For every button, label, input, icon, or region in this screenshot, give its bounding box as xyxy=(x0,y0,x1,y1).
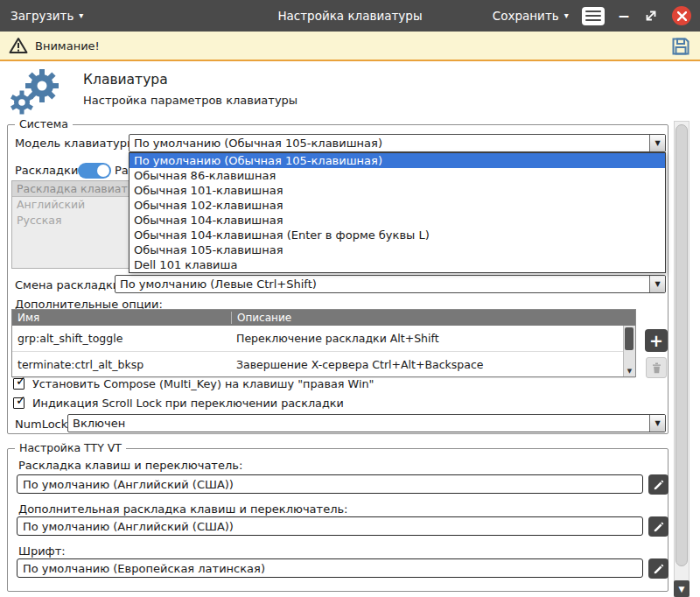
layouts-label: Раскладки: xyxy=(15,164,82,177)
expand-button[interactable] xyxy=(643,8,659,24)
page-title: Клавиатура xyxy=(83,72,168,88)
table-row[interactable]: terminate:ctrl_alt_bksp Завершение X-сер… xyxy=(12,352,635,378)
layout-switch-value: По умолчанию (Левые Ctrl+Shift) xyxy=(116,276,649,292)
option-description-cell: Переключение раскладки Alt+Shift xyxy=(231,332,635,345)
numlock-label: NumLock: xyxy=(15,418,72,431)
floppy-icon xyxy=(670,36,691,57)
dropdown-option[interactable]: Обычная 102-клавишная xyxy=(130,198,665,213)
dropdown-option[interactable]: Dell 101 клавиша xyxy=(130,257,665,272)
tty-group: Настройка TTY VT Раскладка клавиш и пере… xyxy=(7,448,668,592)
dropdown-option[interactable]: Обычная 104-клавишная (Enter в форме бук… xyxy=(130,228,665,242)
column-header-name[interactable]: Имя xyxy=(12,312,231,324)
tty-font-input[interactable]: По умолчанию (Европейская латинская) xyxy=(17,558,643,578)
scroll-lock-checkbox-label: Индикация Scroll Lock при переключении р… xyxy=(32,397,344,410)
close-icon xyxy=(677,11,687,21)
scroll-lock-checkbox-row[interactable]: ✓ Индикация Scroll Lock при переключении… xyxy=(13,397,344,410)
option-name-cell: grp:alt_shift_toggle xyxy=(12,332,231,345)
scrollbar-thumb[interactable] xyxy=(676,124,688,566)
table-scrollbar-thumb[interactable] xyxy=(625,327,634,350)
expand-icon xyxy=(643,8,659,24)
chevron-down-icon[interactable]: ▼ xyxy=(649,415,665,432)
table-scrollbar[interactable]: ▼ xyxy=(623,326,635,376)
tty-extra-layout-edit-button[interactable] xyxy=(648,516,668,537)
scroll-down-button[interactable]: ▼ xyxy=(674,580,690,597)
layout-switch-select[interactable]: По умолчанию (Левые Ctrl+Shift) ▼ xyxy=(115,275,666,293)
checkmark-icon: ✓ xyxy=(16,374,26,388)
pencil-icon xyxy=(653,479,665,491)
checkbox[interactable]: ✓ xyxy=(13,378,24,390)
checkmark-icon: ✓ xyxy=(16,393,26,407)
extra-options-table: Имя Описание grp:alt_shift_toggle Перекл… xyxy=(11,309,636,377)
gears-icon xyxy=(7,67,68,116)
caret-down-icon: ▾ xyxy=(564,11,569,20)
layouts-partial-text: Ра xyxy=(115,164,129,177)
menu-button[interactable] xyxy=(582,7,605,25)
pencil-icon xyxy=(653,563,665,575)
tty-layout-input[interactable]: По умолчанию (Английский (США)) xyxy=(17,474,643,494)
trash-icon xyxy=(650,362,663,375)
checkbox[interactable]: ✓ xyxy=(13,397,24,409)
hamburger-icon xyxy=(585,11,601,12)
table-header-row: Имя Описание xyxy=(12,310,635,326)
tty-font-edit-button[interactable] xyxy=(648,558,668,579)
warning-text: Внимание! xyxy=(35,39,100,53)
close-button[interactable] xyxy=(672,6,691,25)
chevron-down-icon[interactable]: ▼ xyxy=(649,135,665,151)
tty-font-label: Шрифт: xyxy=(18,544,66,558)
numlock-value: Включен xyxy=(68,415,649,432)
dropdown-option[interactable]: Обычная 86-клавишная xyxy=(130,168,665,183)
table-scroll-down-icon[interactable]: ▼ xyxy=(624,365,635,376)
compose-checkbox-label: Установить Compose (Multi_Key) на клавиш… xyxy=(32,377,374,390)
dropdown-option-selected[interactable]: По умолчанию (Обычная 105-клавишная) xyxy=(130,153,665,168)
keyboard-model-label: Модель клавиатуры: xyxy=(15,137,140,150)
dropdown-option[interactable]: Обычная 101-клавишная xyxy=(130,183,665,198)
tty-layout-label: Раскладка клавиш и переключатель: xyxy=(18,459,242,472)
add-option-button[interactable]: + xyxy=(645,329,668,352)
toggle-knob xyxy=(97,165,109,177)
table-row[interactable]: grp:alt_shift_toggle Переключение раскла… xyxy=(12,326,635,352)
load-button[interactable]: Загрузить ▾ xyxy=(10,0,83,32)
keyboard-model-value: По умолчанию (Обычная 105-клавишная) xyxy=(130,135,649,151)
hamburger-icon xyxy=(585,19,601,21)
hamburger-icon xyxy=(585,15,601,17)
tty-extra-layout-input[interactable]: По умолчанию (Английский (США)) xyxy=(17,516,643,536)
tty-group-legend: Настройка TTY VT xyxy=(15,441,126,454)
chevron-down-icon[interactable]: ▼ xyxy=(649,276,665,292)
system-group: Система Модель клавиатуры: По умолчанию … xyxy=(7,124,668,434)
caret-down-icon: ▾ xyxy=(79,11,83,20)
delete-option-button[interactable] xyxy=(646,357,667,378)
save-button[interactable]: Сохранить ▾ xyxy=(493,9,569,23)
minimize-button[interactable]: − xyxy=(618,9,630,24)
numlock-select[interactable]: Включен ▼ xyxy=(67,414,666,432)
system-group-legend: Система xyxy=(15,117,73,130)
page-subtitle: Настройка параметров клавиатуры xyxy=(83,94,298,107)
compose-checkbox-row[interactable]: ✓ Установить Compose (Multi_Key) на клав… xyxy=(13,377,374,390)
warning-bar: Внимание! xyxy=(0,32,700,61)
layouts-toggle[interactable] xyxy=(78,163,111,179)
dropdown-option[interactable]: Обычная 104-клавишная xyxy=(130,213,665,228)
pencil-icon xyxy=(653,521,665,533)
option-description-cell: Завершение X-сервера Ctrl+Alt+Backspace xyxy=(231,358,635,371)
tty-extra-layout-label: Дополнительная раскладка клавиш и перекл… xyxy=(18,502,347,516)
dropdown-option[interactable]: Обычная 105-клавишная xyxy=(130,242,665,257)
keyboard-settings-window: Настройка клавиатуры Загрузить ▾ Сохрани… xyxy=(0,0,700,597)
layout-switch-label: Смена раскладки: xyxy=(15,278,124,291)
keyboard-model-select[interactable]: По умолчанию (Обычная 105-клавишная) ▼ xyxy=(129,134,666,152)
tty-layout-edit-button[interactable] xyxy=(648,474,668,495)
load-button-label: Загрузить xyxy=(10,9,74,23)
keyboard-model-dropdown: По умолчанию (Обычная 105-клавишная) Обы… xyxy=(129,152,666,273)
warning-icon xyxy=(9,37,28,54)
option-name-cell: terminate:ctrl_alt_bksp xyxy=(12,358,231,371)
save-button-label: Сохранить xyxy=(493,9,559,23)
column-header-description[interactable]: Описание xyxy=(231,312,635,324)
save-file-button[interactable] xyxy=(668,35,693,58)
titlebar: Настройка клавиатуры Загрузить ▾ Сохрани… xyxy=(0,0,700,32)
